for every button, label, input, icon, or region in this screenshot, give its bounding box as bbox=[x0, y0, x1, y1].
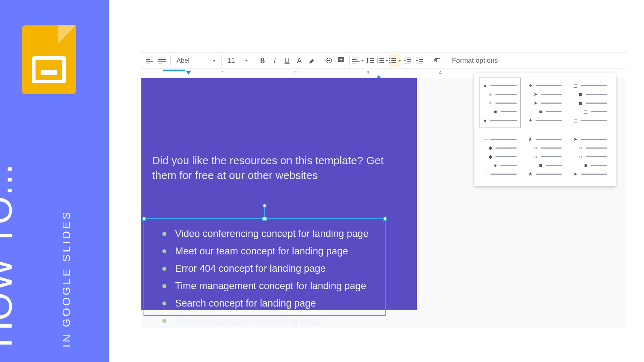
format-options-button[interactable]: Format options bbox=[448, 57, 502, 65]
bullet-style-chevron-circle-square[interactable]: ➤○○■➤ bbox=[569, 131, 611, 182]
resize-handle[interactable] bbox=[142, 217, 146, 221]
bullet-style-star-circle-square[interactable]: ★○○■★ bbox=[524, 131, 566, 182]
svg-point-6 bbox=[389, 60, 390, 61]
formatting-toolbar: Abel 11 B I U A + 123 Format options bbox=[141, 52, 626, 69]
align-left-icon[interactable] bbox=[144, 54, 156, 67]
svg-point-5 bbox=[389, 58, 390, 59]
banner-title: HOW TO... bbox=[0, 163, 20, 348]
horizontal-align-dropdown[interactable] bbox=[352, 54, 364, 67]
svg-text:3: 3 bbox=[377, 62, 378, 63]
bullet-icon bbox=[162, 284, 166, 288]
bullet-icon bbox=[162, 249, 166, 253]
list-item-text: Time management concept for landing page bbox=[175, 279, 366, 294]
list-item-text: Search concept for landing page bbox=[175, 296, 316, 311]
bullet-style-diamond-arrow-square[interactable]: ✦➤➤■✦ bbox=[524, 78, 566, 128]
font-size-label: 11 bbox=[228, 57, 235, 65]
bullet-icon bbox=[162, 319, 166, 323]
list-item-text: Reviews concept for landing page bbox=[175, 314, 322, 328]
list-item[interactable]: Time management concept for landing page bbox=[162, 279, 370, 294]
bullet-style-box-square[interactable]: ◻◼◼◻◻ bbox=[569, 78, 611, 128]
list-item-text: Video conferencing concept for landing p… bbox=[175, 227, 369, 241]
list-item[interactable]: Meet our team concept for landing page bbox=[162, 244, 370, 259]
list-item-text: Meet our team concept for landing page bbox=[175, 244, 348, 259]
bullet-style-panel: ●○○■●✦➤➤■✦◻◼◼◻◻→◆◆●→★○○■★➤○○■➤ bbox=[474, 73, 616, 186]
svg-text:+: + bbox=[340, 57, 342, 62]
line-spacing-button[interactable] bbox=[364, 54, 377, 67]
google-slides-icon bbox=[22, 25, 76, 94]
bullet-icon bbox=[162, 267, 166, 271]
resize-handle[interactable] bbox=[263, 217, 267, 221]
bold-button[interactable]: B bbox=[256, 54, 269, 67]
banner-subtitle: IN GOOGLE SLIDES bbox=[60, 210, 72, 348]
list-item[interactable]: Error 404 concept for landing page bbox=[162, 262, 370, 276]
align-justify-icon[interactable] bbox=[156, 54, 168, 67]
bullet-style-disc-circle-square[interactable]: ●○○■● bbox=[479, 78, 521, 128]
list-item-text: Error 404 concept for landing page bbox=[175, 262, 326, 276]
underline-button[interactable]: U bbox=[281, 54, 293, 67]
clear-formatting-button[interactable] bbox=[431, 54, 443, 67]
bullet-icon bbox=[162, 232, 166, 236]
numbered-list-dropdown[interactable]: 123 bbox=[377, 54, 389, 67]
svg-point-7 bbox=[389, 62, 390, 63]
list-item[interactable]: Reviews concept for landing page bbox=[162, 314, 370, 328]
google-slides-app: Abel 11 B I U A + 123 Format options 1 2… bbox=[141, 52, 626, 328]
list-item[interactable]: Video conferencing concept for landing p… bbox=[162, 227, 370, 241]
insert-comment-button[interactable]: + bbox=[335, 54, 347, 67]
bullet-icon bbox=[162, 301, 166, 305]
slide-heading: Did you like the resources on this templ… bbox=[152, 153, 388, 183]
insert-link-button[interactable] bbox=[323, 54, 335, 67]
font-size-dropdown[interactable]: 11 bbox=[224, 54, 252, 67]
decrease-indent-button[interactable] bbox=[401, 54, 414, 67]
bulleted-list[interactable]: Video conferencing concept for landing p… bbox=[144, 219, 385, 328]
bullet-style-arrow-diamond-disc[interactable]: →◆◆●→ bbox=[479, 131, 521, 182]
font-family-label: Abel bbox=[176, 57, 190, 65]
selected-text-box[interactable]: Video conferencing concept for landing p… bbox=[144, 218, 386, 316]
first-line-indent-marker[interactable] bbox=[186, 71, 191, 75]
highlight-color-button[interactable] bbox=[306, 54, 318, 67]
tutorial-banner: HOW TO... IN GOOGLE SLIDES bbox=[0, 0, 109, 362]
slide: Did you like the resources on this templ… bbox=[141, 78, 417, 310]
resize-handle[interactable] bbox=[383, 217, 387, 221]
list-item[interactable]: Search concept for landing page bbox=[162, 296, 370, 311]
bulleted-list-dropdown[interactable] bbox=[389, 54, 401, 67]
text-color-button[interactable]: A bbox=[293, 54, 306, 67]
italic-button[interactable]: I bbox=[269, 54, 281, 67]
increase-indent-button[interactable] bbox=[414, 54, 426, 67]
font-family-dropdown[interactable]: Abel bbox=[173, 54, 219, 67]
